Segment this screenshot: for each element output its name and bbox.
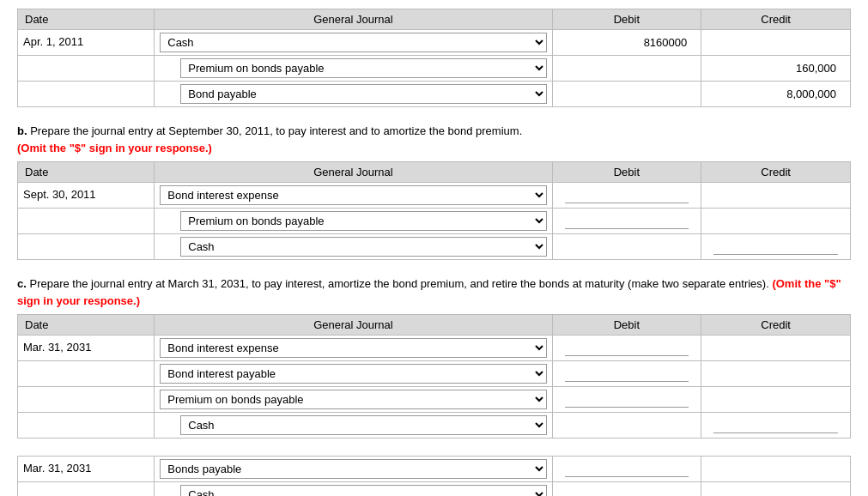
debit-input[interactable] [565, 462, 689, 477]
section-b-description: Prepare the journal entry at September 3… [30, 124, 522, 137]
journal-select[interactable]: Bond interest expense Cash Premium on bo… [160, 338, 546, 358]
date-cell [18, 209, 155, 234]
journal-select[interactable]: Bond interest expense Cash Premium on bo… [160, 185, 546, 205]
header-journal: General Journal [155, 315, 552, 336]
header-date: Date [18, 162, 155, 183]
date-cell: Sept. 30, 2011 [18, 183, 155, 209]
journal-select[interactable]: Premium on bonds payable Cash Bond inter… [180, 211, 546, 231]
credit-input[interactable] [713, 418, 838, 433]
credit-cell [701, 183, 851, 209]
date-cell: Mar. 31, 2031 [18, 336, 155, 361]
table-row: Mar. 31, 2031 Bond interest expense Cash… [18, 336, 851, 361]
journal-select[interactable]: Cash Bond interest payable Premium on bo… [180, 415, 546, 435]
debit-cell [552, 56, 701, 82]
journal-select[interactable]: Premium on bonds payable Cash Bond payab… [180, 58, 546, 78]
credit-cell[interactable] [701, 413, 851, 439]
date-cell [18, 413, 155, 439]
section-b-note: (Omit the "$" sign in your response.) [17, 142, 212, 154]
credit-cell [701, 30, 851, 56]
journal-cell[interactable]: Cash Bonds payable Bond interest payable… [155, 482, 552, 497]
section-c: c. Prepare the journal entry at March 31… [17, 275, 851, 496]
credit-cell [701, 387, 851, 413]
header-credit: Credit [701, 9, 851, 30]
journal-select[interactable]: Bond payable Cash Premium on bonds payab… [180, 84, 546, 104]
journal-cell[interactable]: Cash Premium on bonds payable Bond inter… [155, 234, 552, 260]
table-row: Premium on bonds payable Cash Bond payab… [18, 56, 851, 82]
header-credit: Credit [701, 315, 851, 336]
journal-select[interactable]: Cash Premium on bonds payable Bond inter… [180, 237, 546, 257]
journal-cell[interactable]: Bond payable Cash Premium on bonds payab… [155, 82, 552, 107]
section-c-letter: c. [17, 277, 27, 290]
journal-cell[interactable]: Premium on bonds payable Cash Bond inter… [155, 209, 552, 234]
journal-cell[interactable]: Bonds payable Cash Bond interest payable… [155, 457, 552, 482]
journal-table-b: Date General Journal Debit Credit Sept. … [17, 161, 851, 260]
date-cell [18, 482, 155, 497]
debit-cell [552, 482, 701, 497]
journal-table-c2: Mar. 31, 2031 Bonds payable Cash Bond in… [17, 456, 851, 496]
journal-table-a: Date General Journal Debit Credit Apr. 1… [17, 9, 851, 107]
journal-cell[interactable]: Premium on bonds payable Cash Bond payab… [155, 56, 552, 82]
debit-cell[interactable] [552, 183, 701, 209]
journal-cell[interactable]: Cash Premium on bonds payable Bond payab… [155, 30, 552, 56]
credit-value: 8,000,000 [707, 88, 845, 100]
header-credit: Credit [701, 162, 851, 183]
credit-cell[interactable] [701, 482, 851, 497]
journal-cell[interactable]: Cash Bond interest payable Premium on bo… [155, 413, 552, 439]
date-cell [18, 234, 155, 260]
section-b-label: b. Prepare the journal entry at Septembe… [17, 123, 851, 156]
debit-input[interactable] [565, 392, 689, 408]
journal-cell[interactable]: Bond interest expense Cash Premium on bo… [155, 336, 552, 361]
header-debit: Debit [552, 315, 701, 336]
date-cell: Apr. 1, 2011 [18, 30, 155, 56]
debit-cell[interactable] [552, 209, 701, 234]
table-row: Cash Premium on bonds payable Bond inter… [18, 234, 851, 260]
journal-table-c1: Date General Journal Debit Credit Mar. 3… [17, 314, 851, 439]
table-row: Mar. 31, 2031 Bonds payable Cash Bond in… [18, 457, 851, 482]
table-row: Bond payable Cash Premium on bonds payab… [18, 82, 851, 107]
table-row: Apr. 1, 2011 Cash Premium on bonds payab… [18, 30, 851, 56]
table-row: Premium on bonds payable Cash Bond inter… [18, 209, 851, 234]
table-row: Cash Bonds payable Bond interest payable… [18, 482, 851, 497]
header-journal: General Journal [155, 9, 552, 30]
section-c-label: c. Prepare the journal entry at March 31… [17, 275, 851, 309]
table-row: Sept. 30, 2011 Bond interest expense Cas… [18, 183, 851, 209]
header-journal: General Journal [155, 162, 552, 183]
date-cell [18, 56, 155, 82]
journal-select[interactable]: Cash Premium on bonds payable Bond payab… [160, 33, 546, 52]
debit-cell [552, 413, 701, 439]
journal-cell[interactable]: Bond interest expense Cash Premium on bo… [155, 183, 552, 209]
credit-cell: 8,000,000 [701, 82, 851, 107]
debit-cell[interactable] [552, 457, 701, 482]
section-a: Date General Journal Debit Credit Apr. 1… [17, 9, 851, 107]
header-date: Date [18, 9, 155, 30]
debit-input[interactable] [565, 188, 689, 203]
date-cell: Mar. 31, 2031 [18, 457, 155, 482]
header-debit: Debit [552, 9, 701, 30]
debit-cell: 8160000 [552, 30, 701, 56]
journal-cell[interactable]: Bond interest payable Cash Premium on bo… [155, 361, 552, 387]
credit-input[interactable] [713, 239, 838, 255]
table-row: Cash Bond interest payable Premium on bo… [18, 413, 851, 439]
journal-select[interactable]: Cash Bonds payable Bond interest payable… [180, 485, 546, 496]
debit-cell[interactable] [552, 336, 701, 361]
credit-cell: 160,000 [701, 56, 851, 82]
credit-input[interactable] [713, 487, 838, 497]
debit-cell [552, 234, 701, 260]
credit-cell [701, 361, 851, 387]
journal-select[interactable]: Bonds payable Cash Bond interest payable… [160, 459, 546, 479]
debit-input[interactable] [565, 366, 689, 382]
credit-cell [701, 336, 851, 361]
date-cell [18, 361, 155, 387]
credit-value: 160,000 [707, 62, 845, 75]
date-cell [18, 82, 155, 107]
debit-input[interactable] [565, 341, 689, 356]
debit-input[interactable] [565, 214, 689, 229]
debit-cell[interactable] [552, 387, 701, 413]
journal-select[interactable]: Premium on bonds payable Cash Bond inter… [160, 390, 546, 409]
journal-select[interactable]: Bond interest payable Cash Premium on bo… [160, 364, 546, 384]
section-b: b. Prepare the journal entry at Septembe… [17, 123, 851, 260]
debit-cell[interactable] [552, 361, 701, 387]
journal-cell[interactable]: Premium on bonds payable Cash Bond inter… [155, 387, 552, 413]
section-b-letter: b. [17, 124, 27, 137]
credit-cell[interactable] [701, 234, 851, 260]
